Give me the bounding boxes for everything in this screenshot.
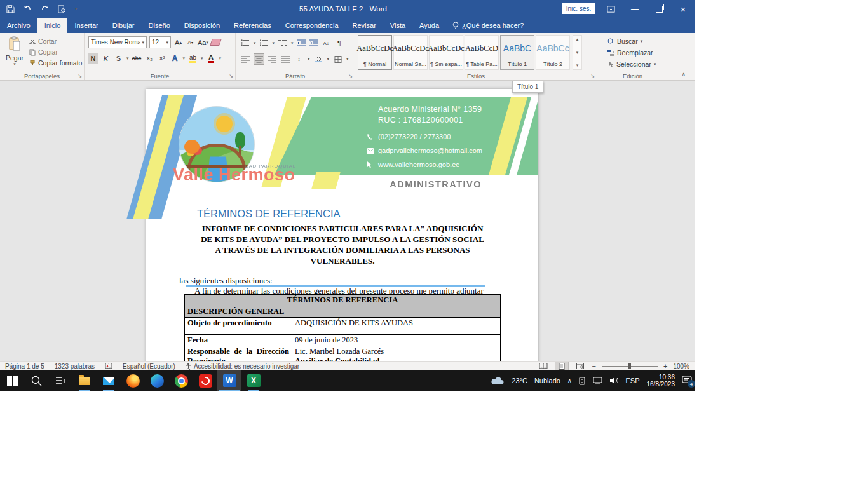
strikethrough-button[interactable]: abc — [132, 53, 142, 64]
collapse-ribbon-button[interactable]: ∧ — [681, 71, 686, 78]
word-count[interactable]: 1323 palabras — [55, 363, 95, 370]
clipboard-dialog-launcher[interactable]: ↘ — [78, 74, 82, 79]
text-effects-button[interactable]: A — [170, 53, 180, 64]
minimize-button[interactable]: — — [625, 0, 645, 18]
firefox-button[interactable] — [121, 370, 145, 391]
line-spacing-button[interactable]: ↕ — [294, 54, 304, 64]
keyboard-language[interactable]: ESP — [625, 377, 639, 384]
save-icon[interactable] — [6, 5, 15, 13]
tab-archivo[interactable]: Archivo — [0, 18, 37, 33]
tab-vista[interactable]: Vista — [383, 18, 412, 33]
restore-button[interactable] — [649, 0, 669, 18]
weather-condition[interactable]: Nublado — [534, 377, 560, 384]
clock[interactable]: 10:36 16/8/2023 — [647, 374, 675, 388]
accessibility-status[interactable]: Accesibilidad: es necesario investigar — [186, 363, 299, 370]
sign-in-button[interactable]: Inic. ses. — [562, 3, 595, 14]
change-case-button[interactable]: Aa▾ — [198, 37, 208, 48]
superscript-button[interactable]: X² — [158, 53, 167, 64]
weather-cloud-icon[interactable] — [491, 376, 505, 385]
bold-button[interactable]: N — [88, 53, 98, 64]
align-right-button[interactable] — [268, 54, 277, 64]
network-icon[interactable] — [593, 377, 602, 384]
font-dialog-launcher[interactable]: ↘ — [229, 74, 233, 79]
chrome-button[interactable] — [169, 370, 193, 391]
customize-qat-icon[interactable]: ▾ — [75, 6, 78, 11]
numbering-button[interactable] — [260, 37, 269, 49]
select-button[interactable]: Seleccionar▾ — [606, 60, 657, 69]
proofing-error-icon[interactable] — [105, 363, 112, 370]
tab-disposicion[interactable]: Disposición — [177, 18, 227, 33]
align-left-button[interactable] — [241, 54, 250, 64]
styles-scroll-up-icon[interactable]: ▴ — [576, 37, 579, 42]
clear-formatting-button[interactable] — [211, 37, 220, 48]
tab-inicio[interactable]: Inicio — [37, 18, 68, 33]
underline-dropdown[interactable]: ▾ — [126, 56, 129, 61]
style-titulo-1[interactable]: AaBbCTítulo 1 — [500, 35, 534, 70]
borders-button[interactable] — [333, 54, 342, 64]
underline-button[interactable]: S — [114, 53, 123, 64]
paragraph-dialog-launcher[interactable]: ↘ — [348, 74, 353, 79]
copy-button[interactable]: Copiar — [28, 48, 83, 57]
find-button[interactable]: Buscar▾ — [606, 37, 657, 46]
tab-correspondencia[interactable]: Correspondencia — [278, 18, 346, 33]
tab-insertar[interactable]: Insertar — [67, 18, 105, 33]
zoom-slider[interactable] — [602, 366, 658, 367]
style-titulo-2[interactable]: AaBbCcTítulo 2 — [536, 35, 570, 70]
decrease-indent-button[interactable] — [297, 37, 306, 49]
justify-button[interactable] — [281, 54, 290, 64]
notification-center-button[interactable]: 4 — [682, 376, 692, 386]
font-name-combo[interactable]: Times New Roma▾ — [88, 36, 147, 48]
styles-scroll-down-icon[interactable]: ▾ — [576, 50, 579, 55]
paste-button[interactable]: Pegar ▾ — [4, 36, 25, 67]
tab-diseno[interactable]: Diseño — [142, 18, 177, 33]
format-painter-button[interactable]: Copiar formato — [28, 58, 83, 67]
zoom-level[interactable]: 100% — [673, 363, 689, 370]
acrobat-button[interactable] — [193, 370, 217, 391]
redo-icon[interactable] — [41, 5, 49, 13]
close-button[interactable]: × — [673, 0, 693, 18]
show-marks-button[interactable]: ¶ — [335, 38, 344, 48]
grow-font-button[interactable]: A▴ — [173, 37, 183, 48]
sort-button[interactable]: A↓ — [322, 38, 331, 48]
taskbar-search-button[interactable] — [24, 370, 48, 391]
undo-icon[interactable] — [24, 5, 32, 13]
file-explorer-button[interactable] — [72, 370, 97, 391]
cut-button[interactable]: Cortar — [28, 37, 83, 46]
volume-icon[interactable] — [609, 377, 618, 384]
document-page[interactable]: Acuerdo Ministerial N° 1359 RUC : 176812… — [146, 89, 538, 361]
italic-button[interactable]: K — [101, 53, 111, 64]
style-normal-sa[interactable]: AaBbCcDcNormal Sa... — [393, 35, 428, 70]
mail-button[interactable] — [97, 370, 121, 391]
font-size-combo[interactable]: 12▾ — [149, 36, 171, 48]
multilevel-list-button[interactable] — [278, 37, 287, 49]
styles-gallery-scroll[interactable]: ▴ ▾ ▾ — [573, 35, 582, 70]
ribbon-display-options-button[interactable] — [600, 0, 621, 18]
task-view-button[interactable] — [48, 370, 72, 391]
styles-gallery-more-icon[interactable]: ▾ — [576, 63, 579, 68]
word-taskbar-button[interactable]: W — [217, 370, 241, 391]
font-color-button[interactable]: A — [207, 53, 216, 64]
print-layout-button[interactable] — [555, 362, 568, 370]
excel-taskbar-button[interactable]: X — [241, 370, 266, 391]
zoom-out-button[interactable]: − — [592, 362, 596, 370]
start-button[interactable] — [0, 370, 24, 391]
style-normal[interactable]: AaBbCcDc¶ Normal — [358, 35, 392, 70]
tray-app-icon[interactable] — [578, 377, 586, 385]
tray-expand-icon[interactable]: ∧ — [567, 377, 572, 384]
page-indicator[interactable]: Página 1 de 5 — [5, 363, 44, 370]
tell-me-box[interactable]: ¿Qué desea hacer? — [446, 18, 530, 33]
print-preview-icon[interactable] — [58, 5, 66, 13]
feedback-comment-icon[interactable] — [850, 20, 859, 32]
edge-button[interactable] — [145, 370, 169, 391]
read-mode-button[interactable] — [537, 362, 550, 370]
weather-temp[interactable]: 23°C — [512, 377, 527, 384]
document-area[interactable]: Acuerdo Ministerial N° 1359 RUC : 176812… — [0, 81, 695, 361]
shrink-font-button[interactable]: A▾ — [186, 37, 195, 48]
tab-referencias[interactable]: Referencias — [227, 18, 278, 33]
highlight-button[interactable]: ab — [188, 53, 198, 64]
styles-dialog-launcher[interactable]: ↘ — [590, 74, 595, 79]
style-sin-espaciado[interactable]: AaBbCcDc¶ Sin espa... — [429, 35, 463, 70]
subscript-button[interactable]: X₂ — [145, 53, 154, 64]
zoom-in-button[interactable]: + — [663, 362, 667, 370]
language-indicator[interactable]: Español (Ecuador) — [123, 363, 175, 370]
